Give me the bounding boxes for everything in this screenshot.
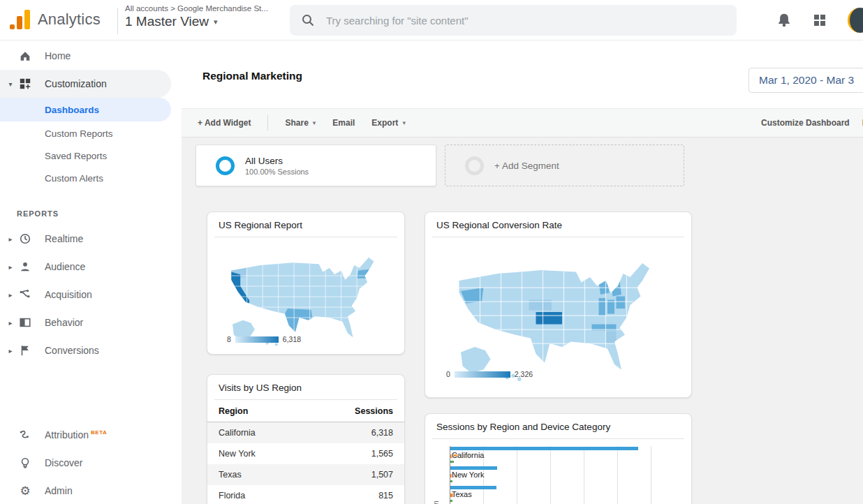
widget-us-regional-report: US Regional Report bbox=[207, 212, 405, 355]
audience-person-icon bbox=[18, 260, 32, 274]
widget-us-regional-conversion-rate: US Regional Conversion Rate bbox=[425, 212, 692, 398]
sidebar-item-audience[interactable]: ▸ Audience bbox=[0, 253, 171, 281]
sidebar-item-dashboards[interactable]: Dashboards bbox=[0, 98, 171, 121]
sidebar-item-attribution[interactable]: AttributionBETA bbox=[0, 421, 171, 449]
sidebar-item-label: Discover bbox=[45, 457, 82, 468]
add-widget-button[interactable]: + Add Widget bbox=[198, 118, 251, 128]
sidebar-item-label: Behavior bbox=[45, 317, 83, 328]
search-input[interactable] bbox=[326, 15, 689, 27]
sidebar-item-custom-reports[interactable]: Custom Reports bbox=[0, 121, 171, 145]
map-legend: 8 6,318 bbox=[227, 335, 301, 343]
tablet-bar bbox=[450, 500, 452, 502]
sidebar-item-discover[interactable]: Discover bbox=[0, 449, 171, 477]
widget-visits-by-us-region: Visits by US Region Region Sessions Cali… bbox=[207, 374, 405, 504]
app-name: Analytics bbox=[38, 10, 101, 29]
sidebar-item-customization[interactable]: ▾ Customization bbox=[0, 70, 171, 98]
region-cell: New York bbox=[207, 443, 304, 464]
legend-gradient-bar bbox=[235, 336, 279, 343]
customize-dashboard-button[interactable]: Customize Dashboard bbox=[761, 118, 850, 128]
segment-title: All Users bbox=[245, 156, 309, 166]
customization-icon bbox=[18, 77, 32, 91]
bar-group: California bbox=[450, 447, 684, 466]
export-button[interactable]: Export▾ bbox=[371, 118, 406, 128]
home-icon bbox=[18, 49, 32, 63]
beta-badge: BETA bbox=[91, 429, 107, 436]
segment-all-users[interactable]: All Users 100.00% Sessions bbox=[196, 144, 436, 186]
chevron-right-icon: ▸ bbox=[6, 235, 15, 243]
behavior-window-icon bbox=[18, 316, 32, 329]
us-map-sessions[interactable]: 8 6,318 bbox=[207, 244, 404, 349]
sidebar-item-label: Customization bbox=[45, 78, 107, 89]
attribution-icon bbox=[18, 428, 32, 442]
sidebar-item-label: Audience bbox=[45, 261, 85, 272]
sidebar-item-custom-alerts[interactable]: Custom Alerts bbox=[0, 166, 171, 190]
discover-lightbulb-icon bbox=[18, 456, 32, 470]
sidebar-item-conversions[interactable]: ▸ Conversions bbox=[0, 336, 171, 364]
sidebar-item-label: Saved Reports bbox=[45, 151, 107, 161]
legend-max: 6,318 bbox=[283, 335, 301, 343]
column-header-region[interactable]: Region bbox=[207, 400, 304, 422]
top-header: Analytics All accounts > Google Merchand… bbox=[0, 0, 863, 40]
search-bar[interactable] bbox=[290, 5, 737, 36]
notifications-bell-icon[interactable] bbox=[776, 13, 792, 28]
chevron-right-icon: ▸ bbox=[6, 319, 15, 327]
sessions-cell: 815 bbox=[304, 485, 404, 504]
segment-ring-icon bbox=[465, 156, 484, 175]
table-row: Florida 815 bbox=[207, 485, 404, 504]
search-icon bbox=[301, 13, 315, 27]
divider bbox=[214, 237, 397, 237]
conversions-flag-icon bbox=[18, 343, 32, 357]
sidebar-item-acquisition[interactable]: ▸ Acquisition bbox=[0, 281, 171, 309]
sessions-cell: 1,565 bbox=[304, 443, 404, 464]
desktop-bar bbox=[450, 466, 497, 470]
sidebar-item-behavior[interactable]: ▸ Behavior bbox=[0, 309, 171, 336]
bar-category-label: Texas bbox=[452, 490, 472, 498]
breadcrumb[interactable]: All accounts > Google Merchandise St... bbox=[125, 4, 268, 13]
sidebar-item-label: AttributionBETA bbox=[45, 429, 107, 440]
table-row: California 6,318 bbox=[207, 422, 404, 444]
sidebar-item-label: Conversions bbox=[45, 345, 99, 356]
chevron-down-icon: ▾ bbox=[214, 17, 218, 27]
user-avatar[interactable] bbox=[848, 8, 863, 33]
column-header-sessions[interactable]: Sessions bbox=[304, 400, 404, 422]
share-button[interactable]: Share▾ bbox=[285, 118, 316, 128]
add-segment-button[interactable]: + Add Segment bbox=[445, 144, 684, 186]
email-button[interactable]: Email bbox=[332, 118, 355, 128]
add-segment-label: + Add Segment bbox=[494, 161, 559, 171]
analytics-logo-icon bbox=[10, 8, 31, 31]
bar-category-label: New York bbox=[452, 470, 484, 479]
dashboard-toolbar: + Add Widget Share▾ Email Export▾ Custom… bbox=[182, 108, 863, 138]
desktop-bar bbox=[450, 486, 496, 489]
date-range-label: Mar 1, 2020 - Mar 3 bbox=[759, 74, 854, 87]
main-content: Regional Marketing Mar 1, 2020 - Mar 3 +… bbox=[182, 40, 863, 504]
header-divider bbox=[117, 8, 118, 34]
dashboard-content: All Users 100.00% Sessions + Add Segment… bbox=[182, 138, 863, 504]
sidebar-item-home[interactable]: Home bbox=[0, 42, 171, 70]
us-map-conversion[interactable]: 0 2.326 bbox=[425, 246, 691, 385]
sidebar-item-label: Acquisition bbox=[45, 289, 92, 300]
device-bars-plot[interactable]: CaliforniaNew YorkTexasFloridaIllinois bbox=[450, 446, 684, 504]
chevron-down-icon: ▾ bbox=[313, 119, 316, 126]
sidebar-item-label: Admin bbox=[45, 485, 73, 496]
widget-sessions-by-region-device: Sessions by Region and Device Category R… bbox=[425, 413, 692, 504]
sidebar-item-saved-reports[interactable]: Saved Reports bbox=[0, 144, 171, 168]
bar-group: Texas bbox=[450, 486, 684, 504]
sidebar-nav: Home ▾ Customization Dashboards Custom R… bbox=[0, 40, 182, 504]
sidebar-item-admin[interactable]: ⚙ Admin bbox=[0, 477, 171, 504]
visits-table: Region Sessions California 6,318 New Yor… bbox=[207, 400, 404, 504]
sidebar-item-label: Home bbox=[45, 50, 71, 61]
sessions-cell: 6,318 bbox=[304, 422, 404, 444]
map-legend: 0 2.326 bbox=[446, 370, 533, 378]
view-selector-label: 1 Master View bbox=[125, 14, 209, 29]
chevron-down-icon[interactable]: ▾ bbox=[6, 80, 15, 88]
sidebar-item-realtime[interactable]: ▸ Realtime bbox=[0, 225, 171, 253]
analytics-logo[interactable]: Analytics bbox=[10, 8, 101, 31]
table-row: New York 1,565 bbox=[207, 443, 404, 464]
sidebar-item-label: Realtime bbox=[45, 233, 83, 244]
view-selector[interactable]: 1 Master View ▾ bbox=[125, 14, 268, 29]
legend-gradient-bar bbox=[455, 371, 510, 378]
region-cell: Texas bbox=[207, 464, 304, 485]
bar-group: New York bbox=[450, 466, 684, 485]
date-range-selector[interactable]: Mar 1, 2020 - Mar 3 bbox=[748, 68, 863, 93]
google-apps-grid-icon[interactable] bbox=[813, 13, 827, 27]
